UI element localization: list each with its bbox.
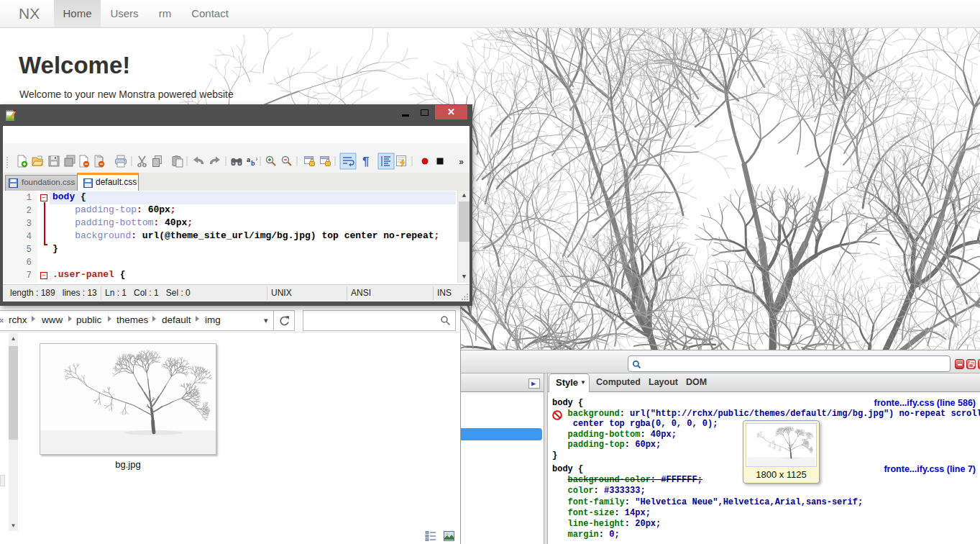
svg-text:b: b	[251, 160, 255, 167]
svg-text:¶: ¶	[362, 155, 369, 168]
